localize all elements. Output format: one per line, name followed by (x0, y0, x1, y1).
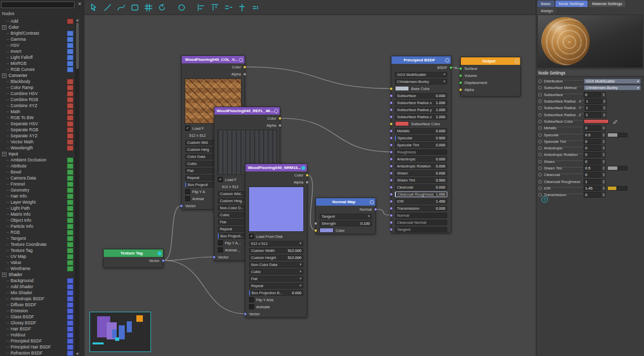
value-field-box-projection-b[interactable]: Box Projection B...0.000 (249, 290, 303, 296)
sidebar-item-layer-weight[interactable]: Layer Weight (0, 199, 75, 205)
attr-toggle-icon[interactable] (538, 100, 542, 103)
node-tag[interactable]: Texture TagVector (103, 249, 164, 268)
sidebar-item-value[interactable]: Value (0, 259, 75, 265)
align-center-icon[interactable] (236, 2, 248, 13)
attr-toggle-icon[interactable] (538, 180, 542, 184)
checkbox[interactable]: ✓ (249, 234, 254, 239)
port-alpha[interactable] (278, 124, 282, 127)
node-enable-indicator[interactable] (370, 200, 374, 204)
sidebar-item-attribute[interactable]: Attribute (0, 163, 75, 169)
sidebar-item-principled-hair-bsdf[interactable]: Principled Hair BSDF (0, 344, 75, 350)
node-enable-indicator[interactable] (274, 109, 278, 113)
node-row-animate[interactable]: Animate (246, 303, 307, 310)
node-row-tangent[interactable]: Tangent▾ (316, 213, 375, 220)
attr-number-field-subsurface-radius-z[interactable]: 1 (584, 112, 601, 118)
value-field-clearcoat-roughness[interactable]: Clearcoat Roughness1.000 (395, 192, 447, 197)
stepper[interactable] (601, 152, 606, 157)
sidebar-item-bevel[interactable]: Bevel (0, 169, 75, 175)
sidebar-item-bright-contrast[interactable]: Bright/Contrast (0, 30, 75, 36)
node-row-custom-height[interactable]: Custom Height512.000 (246, 254, 307, 261)
attr-toggle-icon[interactable] (538, 153, 542, 156)
sidebar-item-rgb-to-bw[interactable]: RGB To BW (0, 115, 75, 121)
sidebar-item-mixrgb[interactable]: MixRGB (0, 60, 75, 66)
attr-number-field-anisotropic[interactable]: 0 (584, 145, 601, 151)
attr-number-field-specular-tint[interactable]: 0 (584, 139, 601, 144)
node-row-512-x-512[interactable]: 512 x 512▾ (246, 240, 307, 247)
node-row-anisotropic[interactable]: Anisotropic0.000 (391, 155, 451, 162)
sidebar-item-math[interactable]: Math (0, 109, 75, 115)
attr-toggle-icon[interactable] (538, 160, 542, 163)
node-row-ggx-multiscatter[interactable]: GGX MultiScatter▾ (391, 71, 451, 78)
port-specular-tint[interactable] (389, 143, 393, 147)
attr-toggle-icon[interactable] (538, 126, 542, 130)
port-clearcoat-roughness[interactable] (389, 193, 393, 196)
sidebar-item-color-ramp[interactable]: Color Ramp (0, 84, 75, 91)
attr-number-field-subsurface[interactable]: 0 (584, 92, 601, 98)
attr-toggle-icon[interactable] (538, 140, 542, 143)
value-field-anisotropic[interactable]: Anisotropic0.000 (395, 156, 447, 162)
edit-pen-icon[interactable] (613, 119, 618, 124)
port-metallic[interactable] (389, 129, 393, 133)
node-row-specular-tint[interactable]: Specular Tint0.000 (391, 141, 451, 148)
node-row-non-color-data[interactable]: Non-Color Data▾ (246, 261, 307, 268)
port-ior[interactable] (389, 200, 393, 203)
sidebar-item-texture-coordinate[interactable]: Texture Coordinate (0, 241, 75, 247)
dropdown-non-color-data[interactable]: Non-Color Data▾ (249, 262, 303, 268)
value-field-specular[interactable]: Specular0.500 (395, 135, 447, 141)
node-header[interactable]: WoodFlooring040_COL_V... (182, 56, 245, 63)
value-field-subsurface-radius-y[interactable]: Subsurface Radius.y1.000 (395, 107, 447, 113)
attr-dropdown-subsurface-method[interactable]: Christensen-Burley▾ (584, 85, 641, 91)
tab-node-settings[interactable]: Node Settings (555, 1, 588, 7)
attr-toggle-icon[interactable] (538, 86, 542, 90)
scroll-down-icon[interactable] (75, 352, 79, 356)
port-subsurface-color[interactable] (389, 122, 393, 126)
node-row-repeat[interactable]: Repeat▾ (246, 282, 307, 289)
port-transmission[interactable] (389, 207, 393, 210)
stepper[interactable] (601, 159, 606, 164)
attr-toggle-icon[interactable] (538, 133, 542, 137)
stepper[interactable] (601, 92, 606, 98)
sidebar-item-particle-info[interactable]: Particle Info (0, 223, 75, 229)
sidebar-item-hair-info[interactable]: Hair Info (0, 193, 75, 199)
sidebar-item-anisotropic-bsdf[interactable]: Anisotropic BSDF (0, 296, 75, 302)
value-field-transmission[interactable]: Transmission0.000 (395, 206, 447, 211)
sidebar-item-invert[interactable]: Invert (0, 48, 75, 54)
stepper[interactable] (601, 179, 606, 185)
collapse-icon[interactable]: − (2, 73, 7, 78)
curve-tool-icon[interactable] (116, 2, 127, 13)
sidebar-item-hsv[interactable]: HSV (0, 42, 75, 48)
attr-toggle-icon[interactable] (538, 187, 542, 190)
node-wire[interactable] (376, 209, 391, 215)
port-color[interactable] (305, 173, 309, 177)
help-button[interactable]: ? (541, 196, 548, 203)
node-header[interactable]: Output (461, 57, 520, 65)
checkbox[interactable] (218, 240, 223, 245)
node-enable-indicator[interactable] (445, 58, 449, 62)
port-sheen[interactable] (389, 171, 393, 175)
scrollbar-thumb[interactable] (76, 23, 79, 69)
attr-number-field-sheen-tint[interactable]: 0.5 (584, 165, 601, 171)
node-row-clearcoat-roughness[interactable]: Clearcoat Roughness1.000 (391, 191, 451, 198)
node-row-box-projection-b[interactable]: Box Projection B...0.000 (246, 289, 307, 296)
attr-dropdown-distribution[interactable]: GGX MultiScatter▾ (584, 78, 641, 84)
sidebar-item-hair-bsdf[interactable]: Hair BSDF (0, 326, 75, 332)
dropdown-repeat[interactable]: Repeat▾ (249, 283, 303, 289)
sidebar-item-converter[interactable]: −Converter (0, 72, 75, 78)
value-field-sheen-tint[interactable]: Sheen Tint0.500 (395, 177, 447, 183)
grid-snap-icon[interactable] (143, 2, 154, 13)
value-field-anisotropic-rotation[interactable]: Anisotropic Rotation0.000 (395, 163, 447, 169)
node-row-ior[interactable]: IOR1.450 (391, 198, 451, 205)
attr-color-swatch[interactable] (584, 119, 609, 124)
sidebar-item-input[interactable]: −Input (0, 151, 75, 157)
checkbox[interactable] (249, 297, 254, 302)
sidebar-item-vector-math[interactable]: Vector Math (0, 139, 75, 145)
attr-number-field-subsurface-radius-y[interactable]: 1 (585, 105, 602, 111)
port-base-color[interactable] (389, 87, 393, 91)
port-anisotropic[interactable] (389, 157, 393, 161)
node-row-strength[interactable]: Strength0.100 (316, 220, 375, 227)
node-nmap[interactable]: Normal MapNormalTangent▾Strength0.100Col… (315, 198, 376, 234)
node-output[interactable]: OutputSurfaceVolumeDisplacementAlpha (460, 57, 521, 97)
node-row-subsurface[interactable]: Subsurface0.000 (391, 92, 451, 99)
line-tool-icon[interactable] (102, 2, 113, 13)
stepper[interactable] (601, 192, 606, 198)
